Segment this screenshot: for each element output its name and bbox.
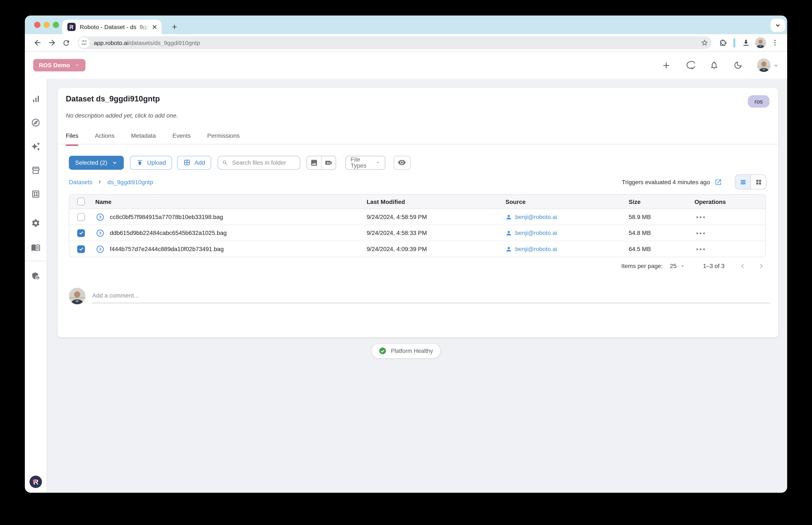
chevron-right-circle-icon xyxy=(97,229,104,237)
chat-bubble-icon xyxy=(686,60,695,70)
file-size: 58.9 MB xyxy=(629,214,695,220)
reload-button[interactable] xyxy=(59,35,73,50)
items-per-page-select[interactable]: 25 xyxy=(670,263,685,269)
moon-icon xyxy=(733,60,742,70)
next-page-button[interactable] xyxy=(758,262,765,270)
column-name[interactable]: Name xyxy=(88,198,367,205)
file-name[interactable]: f444b757d7e2444c889da10f02b73491.bag xyxy=(110,246,224,252)
column-last-modified[interactable]: Last Modified xyxy=(367,198,506,205)
user-avatar xyxy=(757,59,770,72)
sidebar-item-docs[interactable] xyxy=(25,243,46,252)
sidebar-item-marketplace[interactable] xyxy=(25,166,46,175)
file-modified: 9/24/2024, 4:09:39 PM xyxy=(367,246,506,252)
site-settings-button[interactable] xyxy=(79,38,90,48)
url-bar[interactable]: app.roboto.ai/datasets/ds_9ggdi910gntp xyxy=(78,36,711,49)
url-text: app.roboto.ai/datasets/ds_9ggdi910gntp xyxy=(94,40,200,46)
upload-button[interactable]: Upload xyxy=(130,155,172,169)
roboto-logo[interactable]: R xyxy=(30,476,42,488)
sidebar-item-explore[interactable] xyxy=(25,118,46,127)
back-button[interactable] xyxy=(30,35,44,50)
file-search[interactable] xyxy=(218,155,300,169)
expand-row-button[interactable] xyxy=(97,213,104,221)
new-tab-button[interactable] xyxy=(168,20,181,33)
add-button[interactable]: Add xyxy=(177,155,211,169)
sidebar-item-admin[interactable] xyxy=(25,271,46,281)
sidebar-item-settings[interactable] xyxy=(25,219,46,228)
list-view-button[interactable] xyxy=(735,175,750,189)
files-table: Name Last Modified Source Size Operation… xyxy=(69,194,766,257)
file-name[interactable]: ddb615d9bb22484cabc6545b632a1025.bag xyxy=(110,230,227,236)
dark-mode-toggle[interactable] xyxy=(733,60,742,70)
extensions-button[interactable] xyxy=(715,35,730,50)
file-name[interactable]: cc8c0bf57f984915a77078b10eb33198.bag xyxy=(110,214,223,220)
expand-row-button[interactable] xyxy=(97,229,104,237)
create-new-button[interactable] xyxy=(661,60,671,70)
tab-title: Roboto - Dataset - ds_9ggdi910gntp xyxy=(80,24,149,30)
row-operations-button[interactable]: ••• xyxy=(694,229,765,237)
expand-row-button[interactable] xyxy=(97,245,104,253)
dataset-description[interactable]: No description added yet, click to add o… xyxy=(66,112,178,118)
triggers-status: Triggers evaluated 4 minutes ago xyxy=(622,179,710,185)
dataset-tag[interactable]: ros xyxy=(748,95,769,108)
account-menu[interactable] xyxy=(757,59,779,72)
feedback-button[interactable] xyxy=(686,60,695,70)
file-source-link[interactable]: benji@roboto.ai xyxy=(515,246,557,252)
sidebar-divider xyxy=(25,261,46,261)
select-all-checkbox[interactable] xyxy=(77,198,85,206)
browser-profile-button[interactable] xyxy=(753,35,767,50)
visibility-toggle-button[interactable] xyxy=(394,155,411,169)
check-icon xyxy=(78,230,84,235)
tab-search-button[interactable] xyxy=(771,19,785,32)
triggers-open-link[interactable] xyxy=(715,178,722,185)
video-preview-button[interactable] xyxy=(321,156,336,169)
chevron-down-icon xyxy=(773,62,779,68)
breadcrumb: Datasets ds_9ggdi910gntp xyxy=(69,179,153,185)
file-types-select[interactable]: File Types xyxy=(345,155,385,169)
notifications-button[interactable] xyxy=(709,60,719,70)
traffic-light-zoom[interactable] xyxy=(53,21,59,28)
traffic-light-minimize[interactable] xyxy=(44,21,50,28)
page-range: 1–3 of 3 xyxy=(703,263,724,269)
row-operations-button[interactable]: ••• xyxy=(694,245,765,253)
column-size[interactable]: Size xyxy=(629,198,695,205)
row-operations-button[interactable]: ••• xyxy=(694,213,765,221)
sidebar-item-ai[interactable] xyxy=(25,142,46,151)
table-row[interactable]: ddb615d9bb22484cabc6545b632a1025.bag 9/2… xyxy=(70,225,766,241)
sidebar-item-analytics[interactable] xyxy=(25,94,46,104)
file-source-link[interactable]: benji@roboto.ai xyxy=(515,230,557,236)
chevron-right-circle-icon xyxy=(97,245,104,253)
row-checkbox[interactable] xyxy=(77,229,85,237)
grid-view-button[interactable] xyxy=(750,175,766,189)
row-checkbox[interactable] xyxy=(77,245,85,253)
breadcrumb-current-link[interactable]: ds_9ggdi910gntp xyxy=(107,179,153,185)
back-arrow-icon xyxy=(33,38,42,47)
file-source-link[interactable]: benji@roboto.ai xyxy=(515,214,557,220)
bar-chart-icon xyxy=(31,94,40,104)
bookmark-button[interactable] xyxy=(701,39,709,47)
row-checkbox[interactable] xyxy=(77,213,85,221)
browser-menu-button[interactable] xyxy=(767,35,782,50)
search-input[interactable] xyxy=(231,159,296,166)
browser-tab[interactable]: R Roboto - Dataset - ds_9ggdi910gntp ✕ xyxy=(62,20,162,34)
caret-down-icon xyxy=(375,160,380,165)
table-row[interactable]: cc8c0bf57f984915a77078b10eb33198.bag 9/2… xyxy=(70,209,766,225)
traffic-light-close[interactable] xyxy=(34,21,40,28)
platform-status[interactable]: Platform Healthy xyxy=(371,343,441,359)
breadcrumb-datasets-link[interactable]: Datasets xyxy=(69,179,92,185)
grid-view-icon xyxy=(755,178,762,185)
book-icon xyxy=(31,243,40,252)
image-preview-button[interactable] xyxy=(307,156,321,169)
kebab-menu-icon xyxy=(771,39,779,47)
comment-input[interactable] xyxy=(92,289,770,303)
previous-page-button[interactable] xyxy=(739,262,746,270)
org-switcher-button[interactable]: ROS Demo xyxy=(33,59,86,72)
column-source[interactable]: Source xyxy=(505,198,629,205)
selected-dropdown-button[interactable]: Selected (2) xyxy=(69,155,124,169)
sidebar-item-datasets[interactable] xyxy=(25,190,46,199)
downloads-button[interactable] xyxy=(739,35,753,50)
grid-add-icon xyxy=(183,159,191,166)
forward-button[interactable] xyxy=(45,35,59,50)
upload-icon xyxy=(136,159,143,166)
table-row[interactable]: f444b757d7e2444c889da10f02b73491.bag 9/2… xyxy=(70,241,766,257)
tab-close-icon[interactable]: ✕ xyxy=(152,24,158,30)
